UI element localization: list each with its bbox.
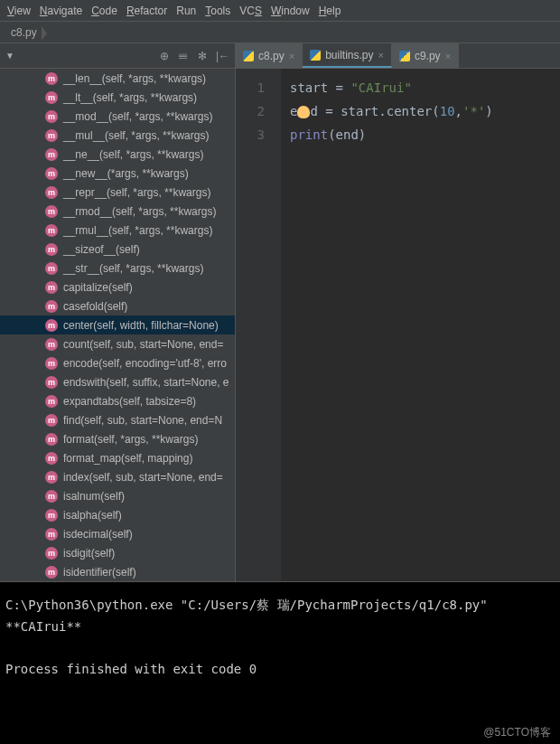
menu-navigate[interactable]: Navigate xyxy=(40,5,82,17)
editor-pane: c8.py×builtins.py×c9.py× 123 start = "CA… xyxy=(236,43,560,581)
intention-bulb-icon[interactable] xyxy=(297,106,310,118)
close-icon[interactable]: × xyxy=(378,50,384,61)
python-file-icon xyxy=(399,51,410,61)
member-item[interactable]: mindex(self, sub, start=None, end= xyxy=(0,467,235,486)
member-item[interactable]: mexpandtabs(self, tabsize=8) xyxy=(0,391,235,410)
member-label: encode(self, encoding='utf-8', erro xyxy=(63,357,227,370)
member-label: isidentifier(self) xyxy=(63,566,136,579)
member-item[interactable]: m__rmod__(self, *args, **kwargs) xyxy=(0,202,235,221)
member-item[interactable]: m__rmul__(self, *args, **kwargs) xyxy=(0,221,235,240)
member-list: m__len__(self, *args, **kwargs)m__lt__(s… xyxy=(0,69,235,581)
member-item[interactable]: m__new__(*args, **kwargs) xyxy=(0,164,235,183)
code-line: ed = start.center(10,'*') xyxy=(290,99,560,123)
structure-sidebar: ▼ ⊕ ⩸ ✻ |← m__len__(self, *args, **kwarg… xyxy=(0,43,236,581)
method-icon: m xyxy=(45,566,58,579)
method-icon: m xyxy=(45,376,58,389)
code-line: start = "CAIrui" xyxy=(290,76,560,99)
method-icon: m xyxy=(45,433,58,446)
member-item[interactable]: mformat(self, *args, **kwargs) xyxy=(0,429,235,448)
console-output: **CAIrui** xyxy=(5,619,81,634)
member-label: __lt__(self, *args, **kwargs) xyxy=(63,91,197,104)
code-area[interactable]: start = "CAIrui" ed = start.center(10,'*… xyxy=(281,69,560,581)
main-area: ▼ ⊕ ⩸ ✻ |← m__len__(self, *args, **kwarg… xyxy=(0,43,560,581)
member-item[interactable]: mcenter(self, width, fillchar=None) xyxy=(0,315,235,334)
member-item[interactable]: m__len__(self, *args, **kwargs) xyxy=(0,69,235,88)
member-item[interactable]: m__str__(self, *args, **kwargs) xyxy=(0,259,235,278)
member-item[interactable]: misalpha(self) xyxy=(0,505,235,524)
member-item[interactable]: mcasefold(self) xyxy=(0,297,235,315)
menu-view[interactable]: View xyxy=(7,5,31,17)
member-label: __rmod__(self, *args, **kwargs) xyxy=(63,205,216,218)
member-label: find(self, sub, start=None, end=N xyxy=(63,414,222,427)
member-label: format_map(self, mapping) xyxy=(63,452,192,465)
menu-code[interactable]: Code xyxy=(91,5,117,17)
menu-help[interactable]: Help xyxy=(319,5,341,17)
member-label: __len__(self, *args, **kwargs) xyxy=(63,72,206,85)
member-label: __repr__(self, *args, **kwargs) xyxy=(63,186,210,199)
member-item[interactable]: misalnum(self) xyxy=(0,486,235,505)
breadcrumb-item[interactable]: c8.py xyxy=(7,24,42,41)
menu-run[interactable]: Run xyxy=(176,5,196,17)
member-item[interactable]: m__mul__(self, *args, **kwargs) xyxy=(0,126,235,145)
method-icon: m xyxy=(45,281,58,294)
alignment-icon[interactable]: ⩸ xyxy=(178,50,189,62)
method-icon: m xyxy=(45,357,58,370)
member-item[interactable]: m__mod__(self, *args, **kwargs) xyxy=(0,107,235,126)
method-icon: m xyxy=(45,167,58,180)
method-icon: m xyxy=(45,300,58,313)
method-icon: m xyxy=(45,186,58,199)
member-item[interactable]: mencode(self, encoding='utf-8', erro xyxy=(0,353,235,372)
menu-refactor[interactable]: Refactor xyxy=(126,5,167,17)
member-item[interactable]: mcount(self, sub, start=None, end= xyxy=(0,334,235,353)
member-item[interactable]: m__ne__(self, *args, **kwargs) xyxy=(0,145,235,164)
method-icon: m xyxy=(45,224,58,237)
member-label: format(self, *args, **kwargs) xyxy=(63,433,198,446)
tab-c9-py[interactable]: c9.py× xyxy=(392,43,459,68)
method-icon: m xyxy=(45,547,58,560)
member-item[interactable]: mendswith(self, suffix, start=None, e xyxy=(0,372,235,391)
method-icon: m xyxy=(45,129,58,142)
member-item[interactable]: m__repr__(self, *args, **kwargs) xyxy=(0,183,235,202)
tab-c8-py[interactable]: c8.py× xyxy=(236,43,303,68)
member-label: endswith(self, suffix, start=None, e xyxy=(63,376,229,389)
member-item[interactable]: misidentifier(self) xyxy=(0,562,235,581)
method-icon: m xyxy=(45,338,58,351)
method-icon: m xyxy=(45,205,58,218)
member-label: center(self, width, fillchar=None) xyxy=(63,319,219,332)
method-icon: m xyxy=(45,91,58,104)
member-label: __mul__(self, *args, **kwargs) xyxy=(63,129,209,142)
member-label: isdecimal(self) xyxy=(63,528,133,541)
member-label: isalnum(self) xyxy=(63,490,125,503)
tab-builtins-py[interactable]: builtins.py× xyxy=(303,43,392,68)
menu-tools[interactable]: Tools xyxy=(205,5,230,17)
method-icon: m xyxy=(45,490,58,503)
line-number: 1 xyxy=(236,76,265,99)
member-label: isdigit(self) xyxy=(63,547,115,560)
dropdown-icon[interactable]: ▼ xyxy=(5,51,14,61)
member-item[interactable]: mcapitalize(self) xyxy=(0,278,235,297)
tab-label: c8.py xyxy=(258,50,285,62)
console-exit: Process finished with exit code 0 xyxy=(5,662,257,676)
member-item[interactable]: misdigit(self) xyxy=(0,543,235,562)
member-item[interactable]: mformat_map(self, mapping) xyxy=(0,448,235,467)
gear-icon[interactable]: ✻ xyxy=(198,50,207,62)
collapse-icon[interactable]: |← xyxy=(216,50,229,62)
member-item[interactable]: misdecimal(self) xyxy=(0,524,235,543)
close-icon[interactable]: × xyxy=(289,51,294,61)
member-label: isalpha(self) xyxy=(63,509,122,522)
menu-window[interactable]: Window xyxy=(271,5,310,17)
method-icon: m xyxy=(45,243,58,256)
member-item[interactable]: m__lt__(self, *args, **kwargs) xyxy=(0,88,235,107)
editor-body: 123 start = "CAIrui" ed = start.center(1… xyxy=(236,69,560,581)
member-label: index(self, sub, start=None, end= xyxy=(63,471,223,484)
method-icon: m xyxy=(45,319,58,332)
member-label: __mod__(self, *args, **kwargs) xyxy=(63,110,212,123)
zoom-icon[interactable]: ⊕ xyxy=(160,50,169,62)
line-number: 2 xyxy=(236,99,265,123)
member-item[interactable]: mfind(self, sub, start=None, end=N xyxy=(0,410,235,429)
member-item[interactable]: m__sizeof__(self) xyxy=(0,240,235,259)
member-label: capitalize(self) xyxy=(63,281,133,294)
close-icon[interactable]: × xyxy=(445,51,451,61)
member-label: expandtabs(self, tabsize=8) xyxy=(63,395,196,408)
menu-vcs[interactable]: VCS xyxy=(239,5,262,17)
